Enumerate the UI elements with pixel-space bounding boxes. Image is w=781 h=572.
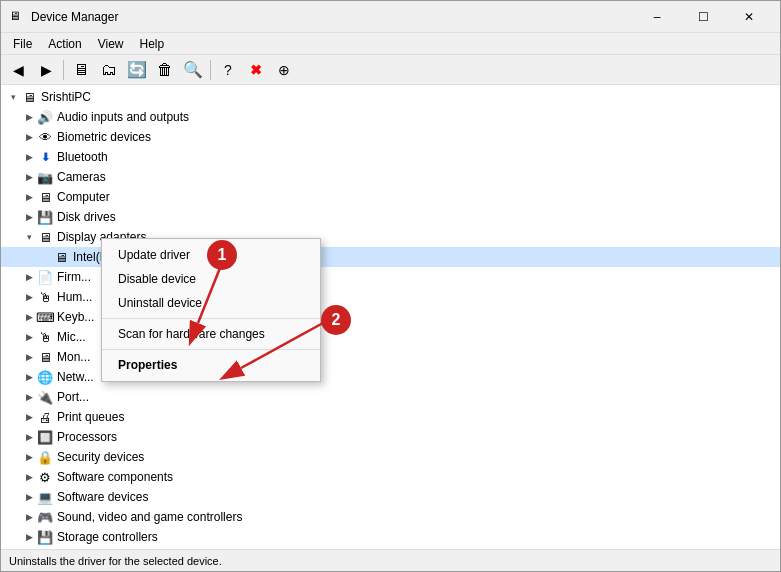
mice-expand[interactable]: ▶ bbox=[21, 329, 37, 345]
security-icon: 🔒 bbox=[37, 449, 53, 465]
audio-expand[interactable]: ▶ bbox=[21, 109, 37, 125]
network-expand[interactable]: ▶ bbox=[21, 369, 37, 385]
processors-expand[interactable]: ▶ bbox=[21, 429, 37, 445]
print-icon: 🖨 bbox=[37, 409, 53, 425]
sound-expand[interactable]: ▶ bbox=[21, 509, 37, 525]
ctx-scan-hardware[interactable]: Scan for hardware changes bbox=[102, 322, 320, 346]
swcomp-label: Software components bbox=[57, 470, 173, 484]
disable-btn[interactable]: ✖ bbox=[243, 58, 269, 82]
add-btn[interactable]: ⊕ bbox=[271, 58, 297, 82]
computer-expand[interactable]: ▶ bbox=[21, 189, 37, 205]
tree-item-disk[interactable]: ▶ 💾 Disk drives bbox=[1, 207, 780, 227]
swdev-icon: 💻 bbox=[37, 489, 53, 505]
menu-file[interactable]: File bbox=[5, 35, 40, 53]
cameras-expand[interactable]: ▶ bbox=[21, 169, 37, 185]
display-expand[interactable]: ▾ bbox=[21, 229, 37, 245]
main-area: ▾ 🖥 SrishtiPC ▶ 🔊 Audio inputs and outpu… bbox=[1, 85, 780, 549]
mice-label: Mic... bbox=[57, 330, 86, 344]
tree-item-security[interactable]: ▶ 🔒 Security devices bbox=[1, 447, 780, 467]
swcomp-expand[interactable]: ▶ bbox=[21, 469, 37, 485]
gpu-icon: 🖥 bbox=[53, 249, 69, 265]
ports-expand[interactable]: ▶ bbox=[21, 389, 37, 405]
help-btn[interactable]: ? bbox=[215, 58, 241, 82]
ctx-properties[interactable]: Properties bbox=[102, 353, 320, 377]
computer-label: Computer bbox=[57, 190, 110, 204]
biometric-expand[interactable]: ▶ bbox=[21, 129, 37, 145]
processors-icon: 🔲 bbox=[37, 429, 53, 445]
storage-label: Storage controllers bbox=[57, 530, 158, 544]
storage-expand[interactable]: ▶ bbox=[21, 529, 37, 545]
tree-root[interactable]: ▾ 🖥 SrishtiPC bbox=[1, 87, 780, 107]
menu-help[interactable]: Help bbox=[132, 35, 173, 53]
toolbar-separator-2 bbox=[210, 60, 211, 80]
monitors-expand[interactable]: ▶ bbox=[21, 349, 37, 365]
ctx-update-driver[interactable]: Update driver bbox=[102, 243, 320, 267]
window-controls: – ☐ ✕ bbox=[634, 1, 772, 33]
tree-item-print[interactable]: ▶ 🖨 Print queues bbox=[1, 407, 780, 427]
menu-view[interactable]: View bbox=[90, 35, 132, 53]
ctx-uninstall-device[interactable]: Uninstall device bbox=[102, 291, 320, 315]
display-icon: 🖥 bbox=[37, 229, 53, 245]
root-icon: 🖥 bbox=[21, 89, 37, 105]
toolbar-separator-1 bbox=[63, 60, 64, 80]
menu-action[interactable]: Action bbox=[40, 35, 89, 53]
properties-toolbar-btn[interactable]: 🗂 bbox=[96, 58, 122, 82]
device-manager-window: 🖥 Device Manager – ☐ ✕ File Action View … bbox=[0, 0, 781, 572]
tree-item-computer[interactable]: ▶ 🖥 Computer bbox=[1, 187, 780, 207]
disk-icon: 💾 bbox=[37, 209, 53, 225]
bluetooth-icon: ⬇ bbox=[37, 149, 53, 165]
print-label: Print queues bbox=[57, 410, 124, 424]
disk-expand[interactable]: ▶ bbox=[21, 209, 37, 225]
tree-item-storage[interactable]: ▶ 💾 Storage controllers bbox=[1, 527, 780, 547]
sound-icon: 🎮 bbox=[37, 509, 53, 525]
print-expand[interactable]: ▶ bbox=[21, 409, 37, 425]
firmware-label: Firm... bbox=[57, 270, 91, 284]
ctx-disable-device[interactable]: Disable device bbox=[102, 267, 320, 291]
tree-item-cameras[interactable]: ▶ 📷 Cameras bbox=[1, 167, 780, 187]
tree-item-swdev[interactable]: ▶ 💻 Software devices bbox=[1, 487, 780, 507]
swcomp-icon: ⚙ bbox=[37, 469, 53, 485]
ports-label: Port... bbox=[57, 390, 89, 404]
swdev-expand[interactable]: ▶ bbox=[21, 489, 37, 505]
uninstall-btn[interactable]: 🗑 bbox=[152, 58, 178, 82]
minimize-button[interactable]: – bbox=[634, 1, 680, 33]
security-expand[interactable]: ▶ bbox=[21, 449, 37, 465]
maximize-button[interactable]: ☐ bbox=[680, 1, 726, 33]
tree-item-audio[interactable]: ▶ 🔊 Audio inputs and outputs bbox=[1, 107, 780, 127]
biometric-icon: 👁 bbox=[37, 129, 53, 145]
status-bar: Uninstalls the driver for the selected d… bbox=[1, 549, 780, 571]
tree-item-sound[interactable]: ▶ 🎮 Sound, video and game controllers bbox=[1, 507, 780, 527]
security-label: Security devices bbox=[57, 450, 144, 464]
hid-icon: 🖱 bbox=[37, 289, 53, 305]
network-label: Netw... bbox=[57, 370, 94, 384]
tree-item-biometric[interactable]: ▶ 👁 Biometric devices bbox=[1, 127, 780, 147]
tree-item-processors[interactable]: ▶ 🔲 Processors bbox=[1, 427, 780, 447]
hid-expand[interactable]: ▶ bbox=[21, 289, 37, 305]
back-button[interactable]: ◀ bbox=[5, 58, 31, 82]
forward-button[interactable]: ▶ bbox=[33, 58, 59, 82]
tree-item-bluetooth[interactable]: ▶ ⬇ Bluetooth bbox=[1, 147, 780, 167]
mice-icon: 🖱 bbox=[37, 329, 53, 345]
ctx-sep-2 bbox=[102, 349, 320, 350]
tree-item-ports[interactable]: ▶ 🔌 Port... bbox=[1, 387, 780, 407]
status-text: Uninstalls the driver for the selected d… bbox=[9, 555, 222, 567]
firmware-expand[interactable]: ▶ bbox=[21, 269, 37, 285]
storage-icon: 💾 bbox=[37, 529, 53, 545]
toolbar: ◀ ▶ 🖥 🗂 🔄 🗑 🔍 ? ✖ ⊕ bbox=[1, 55, 780, 85]
close-button[interactable]: ✕ bbox=[726, 1, 772, 33]
bluetooth-expand[interactable]: ▶ bbox=[21, 149, 37, 165]
audio-label: Audio inputs and outputs bbox=[57, 110, 189, 124]
tree-item-system[interactable]: ▶ ⚙ System devices bbox=[1, 547, 780, 549]
cameras-label: Cameras bbox=[57, 170, 106, 184]
keyboard-label: Keyb... bbox=[57, 310, 94, 324]
root-expand[interactable]: ▾ bbox=[5, 89, 21, 105]
menu-bar: File Action View Help bbox=[1, 33, 780, 55]
scan-hardware-btn[interactable]: 🔍 bbox=[180, 58, 206, 82]
window-icon: 🖥 bbox=[9, 9, 25, 25]
swdev-label: Software devices bbox=[57, 490, 148, 504]
keyboard-icon: ⌨ bbox=[37, 309, 53, 325]
audio-icon: 🔊 bbox=[37, 109, 53, 125]
device-manager-toolbar-btn[interactable]: 🖥 bbox=[68, 58, 94, 82]
update-driver-btn[interactable]: 🔄 bbox=[124, 58, 150, 82]
tree-item-swcomp[interactable]: ▶ ⚙ Software components bbox=[1, 467, 780, 487]
